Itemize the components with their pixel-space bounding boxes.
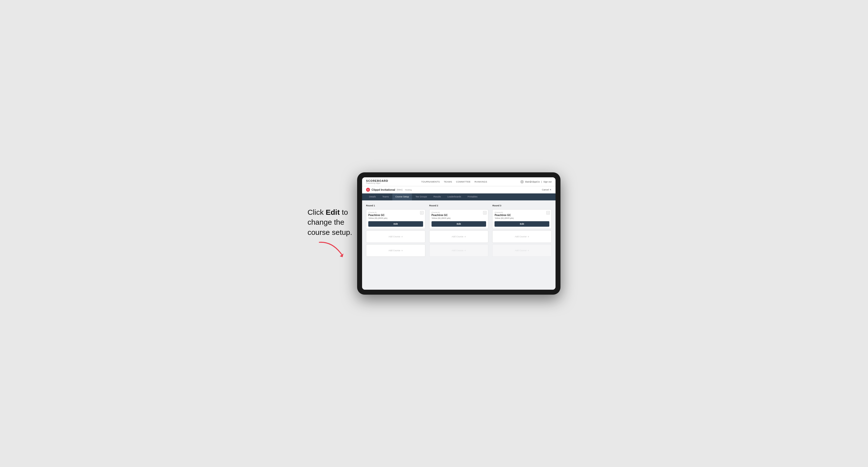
round-1-course-card: □ (Course A) Peachtree GC Yellow (M) (66… [366, 209, 425, 229]
round-3-course-tee: Yellow (M) (6629 yds) [495, 217, 549, 219]
tab-leaderboards[interactable]: Leaderboards [444, 193, 464, 200]
content-area: Round 1 □ (Course A) Peachtree GC Yellow… [362, 200, 556, 290]
brand-title: SCOREBOARD [366, 179, 388, 182]
tab-printables[interactable]: Printables [465, 193, 480, 200]
arrow-icon [317, 240, 347, 260]
nav-committee[interactable]: COMMITTEE [456, 181, 471, 183]
sub-header: C Clippd Invitational (Men) Hosting Canc… [362, 186, 556, 193]
plus-icon-3: + [465, 235, 466, 238]
tab-details[interactable]: Details [366, 193, 379, 200]
round-2-delete-button[interactable]: □ [483, 211, 487, 215]
round-1-course-name: Peachtree GC [368, 214, 423, 217]
tablet-device: SCOREBOARD Powered by clippd TOURNAMENTS… [357, 173, 560, 294]
round-1-column: Round 1 □ (Course A) Peachtree GC Yellow… [366, 205, 425, 257]
tab-teams[interactable]: Teams [379, 193, 392, 200]
nav-tournaments[interactable]: TOURNAMENTS [421, 181, 440, 183]
round-2-add-course-1-label: Add Course [452, 236, 464, 238]
round-2-course-tee: Yellow (M) (6629 yds) [432, 217, 486, 219]
nav-user: blair@clippd.io | Sign out [520, 180, 552, 184]
round-1-add-course-1-label: Add Course [389, 236, 400, 238]
sign-out-link[interactable]: Sign out [544, 181, 552, 183]
round-3-add-course-2: Add Course + [492, 244, 552, 257]
instruction-area: Click Edit tochange thecourse setup. [308, 207, 352, 260]
round-3-label: Round 3 [492, 205, 552, 207]
plus-icon-2: + [401, 249, 403, 252]
plus-icon-4: + [465, 249, 466, 252]
plus-icon-5: + [527, 235, 529, 238]
tournament-gender: (Men) [397, 188, 403, 191]
tablet-screen: SCOREBOARD Powered by clippd TOURNAMENTS… [362, 177, 556, 290]
user-email: blair@clippd.io [525, 181, 540, 183]
instruction-text: Click Edit tochange thecourse setup. [308, 207, 352, 238]
round-1-edit-button[interactable]: Edit [368, 221, 423, 227]
round-2-column: Round 2 □ (Course A) Peachtree GC Yellow… [429, 205, 489, 257]
plus-icon-1: + [401, 235, 403, 238]
round-2-edit-button[interactable]: Edit [432, 221, 486, 227]
round-1-add-course-1[interactable]: Add Course + [366, 230, 425, 243]
round-1-add-course-2-label: Add Course [389, 249, 400, 252]
tournament-logo: C [366, 188, 370, 192]
round-2-add-course-2: Add Course + [429, 244, 489, 257]
tournament-name: Clippd Invitational [372, 188, 395, 191]
round-2-add-course-2-label: Add Course [452, 249, 464, 252]
round-1-course-tee: Yellow (M) (6629 yds) [368, 217, 423, 219]
round-1-delete-button[interactable]: □ [420, 211, 424, 215]
round-3-column: Round 3 □ (Course A) Peachtree GC Yellow… [492, 205, 552, 257]
round-3-course-badge: (Course A) [495, 212, 549, 213]
round-2-course-badge: (Course A) [432, 212, 486, 213]
tab-results[interactable]: Results [431, 193, 444, 200]
app-nav: SCOREBOARD Powered by clippd TOURNAMENTS… [362, 177, 556, 186]
hosting-badge: Hosting [405, 189, 412, 191]
nav-teams[interactable]: TEAMS [444, 181, 452, 183]
round-3-add-course-2-label: Add Course [515, 249, 527, 252]
round-2-add-course-1[interactable]: Add Course + [429, 230, 489, 243]
brand-subtitle: Powered by clippd [366, 182, 388, 184]
user-avatar [520, 180, 524, 184]
plus-icon-6: + [527, 249, 529, 252]
nav-links: TOURNAMENTS TEAMS COMMITTEE RANKINGS [421, 181, 487, 183]
tabs-bar: Details Teams Course Setup Tee Groups Re… [362, 193, 556, 200]
brand: SCOREBOARD Powered by clippd [366, 179, 388, 184]
tab-tee-groups[interactable]: Tee Groups [412, 193, 430, 200]
cancel-button[interactable]: Cancel ✕ [542, 188, 552, 191]
instruction-bold: Edit [326, 208, 340, 216]
tab-course-setup[interactable]: Course Setup [392, 193, 412, 200]
round-2-course-card: □ (Course A) Peachtree GC Yellow (M) (66… [429, 209, 489, 229]
round-3-course-card: □ (Course A) Peachtree GC Yellow (M) (66… [492, 209, 552, 229]
round-1-course-badge: (Course A) [368, 212, 423, 213]
round-1-label: Round 1 [366, 205, 425, 207]
round-3-delete-button[interactable]: □ [546, 211, 550, 215]
round-3-edit-button[interactable]: Edit [495, 221, 549, 227]
tournament-info: C Clippd Invitational (Men) Hosting [366, 188, 412, 192]
arrow-area [308, 240, 352, 260]
round-2-label: Round 2 [429, 205, 489, 207]
round-1-add-course-2[interactable]: Add Course + [366, 244, 425, 257]
round-3-course-name: Peachtree GC [495, 214, 549, 217]
page-wrapper: Click Edit tochange thecourse setup. SCO… [260, 173, 608, 294]
rounds-grid: Round 1 □ (Course A) Peachtree GC Yellow… [366, 205, 552, 257]
round-3-add-course-1-label: Add Course [515, 236, 527, 238]
cancel-x-icon: ✕ [550, 188, 552, 191]
sign-out-separator: | [541, 181, 542, 183]
round-3-add-course-1[interactable]: Add Course + [492, 230, 552, 243]
nav-rankings[interactable]: RANKINGS [474, 181, 487, 183]
round-2-course-name: Peachtree GC [432, 214, 486, 217]
